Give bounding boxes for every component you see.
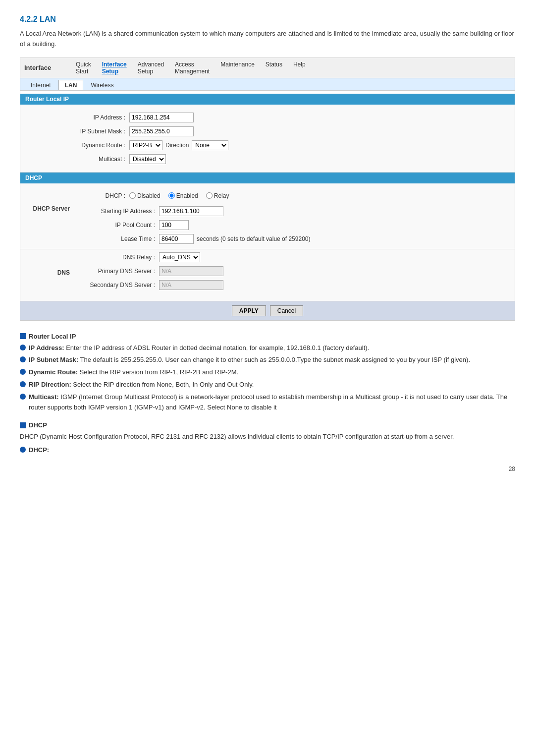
direction-select[interactable]: None Both In Only Out Only [192, 140, 228, 150]
dhcp-label: DHCP : [20, 192, 129, 199]
dns-section: DNS DNS Relay : Auto_DNS Manual Disabled… [20, 249, 515, 293]
subnet-mask-row: IP Subnet Mask : [20, 125, 515, 137]
dhcp-server-label: DHCP Server [20, 203, 75, 247]
secondary-dns-label: Secondary DNS Server : [75, 282, 159, 289]
pool-count-label: IP Pool Count : [75, 222, 159, 229]
subnet-mask-help: IP Subnet Mask: The default is 255.255.2… [20, 355, 515, 365]
starting-ip-label: Starting IP Address : [75, 208, 159, 215]
dynamic-route-help-text: Dynamic Route: Select the RIP version fr… [29, 367, 515, 378]
blue-circle-icon-2 [20, 356, 26, 362]
dhcp-disabled-radio[interactable] [129, 192, 136, 199]
ip-address-label: IP Address : [20, 114, 129, 121]
router-panel: Interface QuickStart InterfaceSetup Adva… [20, 58, 515, 321]
router-local-ip-header: Router Local IP [20, 94, 515, 105]
dynamic-route-select[interactable]: RIP1 RIP2-B RIP2-M [129, 140, 162, 150]
dhcp-disabled-option[interactable]: Disabled [129, 192, 160, 199]
starting-ip-input[interactable] [159, 206, 223, 216]
pool-count-input[interactable] [159, 220, 189, 230]
section-title: 4.2.2 LAN [20, 15, 515, 24]
blue-circle-icon-6 [20, 447, 26, 453]
dhcp-enabled-radio[interactable] [168, 192, 175, 199]
ip-address-help-text: IP Address: Enter the IP address of ADSL… [29, 343, 515, 353]
multicast-select[interactable]: Disabled IGMP-v1 IGMP-v2 [129, 154, 166, 164]
dhcp-header: DHCP [20, 173, 515, 183]
lease-time-label: Lease Time : [75, 235, 159, 242]
primary-dns-label: Primary DNS Server : [75, 268, 159, 275]
dynamic-route-label: Dynamic Route : [20, 142, 129, 149]
lease-time-note: seconds (0 sets to default value of 2592… [197, 235, 310, 242]
dhcp-relay-radio[interactable] [206, 192, 213, 199]
nav-maintenance[interactable]: Maintenance [218, 60, 257, 76]
ip-address-input[interactable] [129, 113, 194, 122]
rip-direction-help: RIP Direction: Select the RIP direction … [20, 380, 515, 390]
multicast-label: Multicast : [20, 156, 129, 163]
nav-help[interactable]: Help [291, 60, 308, 76]
dhcp-help-para: DHCP (Dynamic Host Configuration Protoco… [20, 432, 515, 442]
router-local-ip-help-heading: Router Local IP [20, 333, 515, 340]
nav-advanced-setup[interactable]: AdvancedSetup [136, 60, 166, 76]
nav-access-management[interactable]: AccessManagement [173, 60, 212, 76]
blue-square-icon-2 [20, 422, 26, 428]
multicast-row: Multicast : Disabled IGMP-v1 IGMP-v2 [20, 153, 515, 165]
dhcp-item-text: DHCP: [29, 445, 515, 456]
dns-relay-label: DNS Relay : [75, 254, 159, 261]
nav-links: QuickStart InterfaceSetup AdvancedSetup … [74, 60, 511, 76]
dns-fields: DNS Relay : Auto_DNS Manual Disabled Pri… [75, 249, 233, 293]
dhcp-help-heading: DHCP [20, 421, 515, 429]
dhcp-server-fields: Starting IP Address : IP Pool Count : Le… [75, 203, 323, 247]
dns-label: DNS [20, 266, 75, 276]
dns-relay-row: DNS Relay : Auto_DNS Manual Disabled [75, 251, 233, 263]
button-row: APPLY Cancel [20, 301, 515, 320]
router-local-ip-form: IP Address : IP Subnet Mask : Dynamic Ro… [20, 105, 515, 173]
multicast-help-text: Multicast: IGMP (Internet Group Multicas… [29, 392, 515, 413]
rip-direction-help-text: RIP Direction: Select the RIP direction … [29, 380, 515, 390]
cancel-button[interactable]: Cancel [270, 305, 303, 316]
dynamic-route-help: Dynamic Route: Select the RIP version fr… [20, 367, 515, 378]
multicast-help: Multicast: IGMP (Internet Group Multicas… [20, 392, 515, 413]
nav-bar: Interface QuickStart InterfaceSetup Adva… [20, 58, 515, 78]
subnet-mask-label: IP Subnet Mask : [20, 128, 129, 135]
blue-circle-icon-1 [20, 345, 26, 350]
tab-lan[interactable]: LAN [58, 80, 84, 90]
tab-internet[interactable]: Internet [24, 80, 57, 90]
blue-circle-icon-5 [20, 394, 26, 400]
pool-count-row: IP Pool Count : [75, 219, 323, 231]
starting-ip-row: Starting IP Address : [75, 205, 323, 217]
primary-dns-input[interactable] [159, 266, 223, 276]
dhcp-help-section: DHCP DHCP (Dynamic Host Configuration Pr… [20, 421, 515, 456]
dhcp-server-area: DHCP Server Starting IP Address : IP Poo… [20, 203, 515, 247]
dynamic-route-row: Dynamic Route : RIP1 RIP2-B RIP2-M Direc… [20, 139, 515, 151]
nav-interface-label: Interface [24, 64, 64, 71]
ip-address-row: IP Address : [20, 112, 515, 123]
intro-text: A Local Area Network (LAN) is a shared c… [20, 29, 515, 50]
dhcp-enabled-option[interactable]: Enabled [168, 192, 198, 199]
direction-label: Direction [165, 142, 189, 149]
lease-time-input[interactable] [159, 234, 194, 244]
dhcp-radio-group: Disabled Enabled Relay [129, 192, 229, 199]
blue-circle-icon-3 [20, 369, 26, 375]
section-title-container: 4.2.2 LAN A Local Area Network (LAN) is … [20, 15, 515, 50]
tab-bar: Internet LAN Wireless [20, 78, 515, 91]
lease-time-row: Lease Time : seconds (0 sets to default … [75, 233, 323, 245]
dns-spacer-bottom [20, 293, 515, 296]
dhcp-relay-option[interactable]: Relay [206, 192, 229, 199]
blue-square-icon [20, 333, 26, 339]
page-number: 28 [20, 465, 515, 472]
secondary-dns-row: Secondary DNS Server : [75, 279, 233, 291]
dhcp-radio-row: DHCP : Disabled Enabled Relay [20, 191, 515, 200]
secondary-dns-input[interactable] [159, 280, 223, 290]
dhcp-item: DHCP: [20, 445, 515, 456]
nav-status[interactable]: Status [264, 60, 284, 76]
help-section: Router Local IP IP Address: Enter the IP… [20, 333, 515, 456]
tab-wireless[interactable]: Wireless [84, 80, 120, 90]
nav-quick-start[interactable]: QuickStart [74, 60, 93, 76]
subnet-mask-input[interactable] [129, 126, 194, 136]
dhcp-form: DHCP : Disabled Enabled Relay DHCP Serve… [20, 183, 515, 301]
blue-circle-icon-4 [20, 381, 26, 387]
nav-interface-setup[interactable]: InterfaceSetup [100, 60, 129, 76]
primary-dns-row: Primary DNS Server : [75, 265, 233, 277]
apply-button[interactable]: APPLY [232, 305, 266, 316]
subnet-mask-help-text: IP Subnet Mask: The default is 255.255.2… [29, 355, 515, 365]
ip-address-help: IP Address: Enter the IP address of ADSL… [20, 343, 515, 353]
dns-relay-select[interactable]: Auto_DNS Manual Disabled [159, 252, 200, 262]
